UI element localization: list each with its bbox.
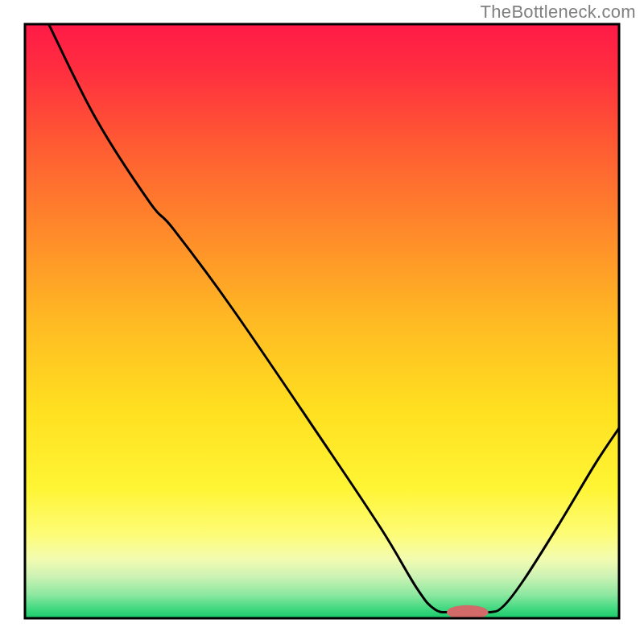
- svg-rect-1: [25, 24, 619, 618]
- watermark-text: TheBottleneck.com: [481, 2, 636, 23]
- bottleneck-chart: [0, 0, 644, 644]
- chart-container: { "watermark": "TheBottleneck.com", "cha…: [0, 0, 644, 644]
